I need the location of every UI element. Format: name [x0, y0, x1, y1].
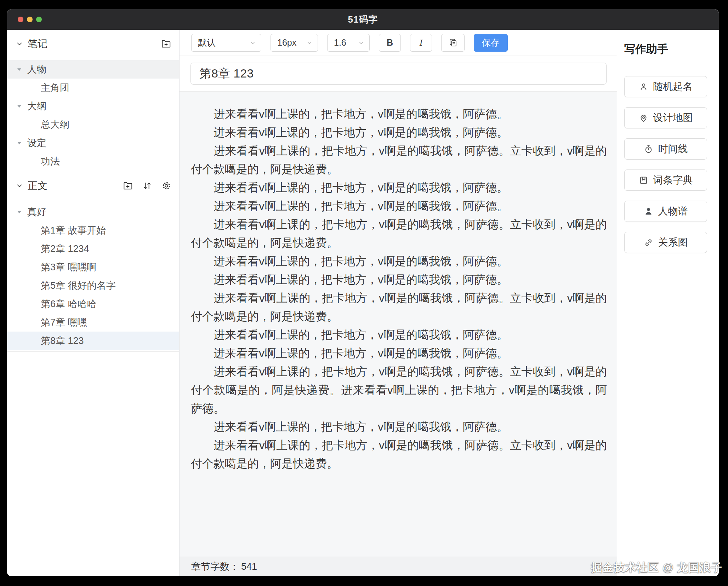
chapter-item[interactable]: 第7章 嘿嘿	[7, 313, 179, 332]
chapter-label: 第7章 嘿嘿	[41, 316, 87, 329]
bold-label: B	[387, 38, 393, 48]
chevron-down-icon	[16, 40, 23, 47]
notes-section-header[interactable]: 笔记	[7, 35, 179, 52]
paragraph: 进来看看v啊上课的，把卡地方，v啊是的噶我饿，阿萨德。	[191, 252, 607, 270]
editor-toolbar: 默认 16px 1.6 B I 保	[180, 30, 617, 56]
chapter-item[interactable]: 第3章 嘿嘿啊	[7, 258, 179, 276]
sort-icon[interactable]	[142, 181, 152, 191]
bold-button[interactable]: B	[379, 34, 401, 52]
relationship-graph-button[interactable]: 关系图	[624, 232, 707, 253]
tree-item-main-cast[interactable]: 主角团	[7, 79, 179, 97]
font-size-value: 16px	[277, 38, 296, 48]
paragraph: 进来看看v啊上课的，把卡地方，v啊是的噶我饿，阿萨德。立卡收到，v啊是的付个款噶…	[191, 215, 607, 252]
screenshot-stage: 51码字 笔记 人物 主角团	[0, 0, 728, 586]
chapter-title-input[interactable]	[190, 63, 607, 85]
chapter-item[interactable]: 第2章 1234	[7, 240, 179, 258]
font-family-value: 默认	[198, 37, 216, 48]
paragraph: 进来看看v啊上课的，把卡地方，v啊是的噶我饿，阿萨德。	[191, 418, 607, 436]
minimize-button[interactable]	[27, 17, 33, 22]
paragraph: 进来看看v啊上课的，把卡地方，v啊是的噶我饿，阿萨德。立卡收到，v啊是的付个款噶…	[191, 289, 607, 326]
paragraph: 进来看看v啊上课的，把卡地方，v啊是的噶我饿，阿萨德。	[191, 105, 607, 123]
design-map-button[interactable]: 设计地图	[624, 107, 707, 128]
zoom-button[interactable]	[36, 17, 42, 22]
tool-label: 人物谱	[658, 205, 688, 218]
dictionary-button[interactable]: 词条字典	[624, 170, 707, 191]
paragraph: 进来看看v啊上课的，把卡地方，v啊是的噶我饿，阿萨德。	[191, 270, 607, 289]
timeline-button[interactable]: 时间线	[624, 138, 707, 160]
volume-row[interactable]: 真好	[7, 203, 179, 221]
chapter-label: 第5章 很好的名字	[41, 279, 116, 292]
paragraph: 进来看看v啊上课的，把卡地方，v啊是的噶我饿，阿萨德。	[191, 344, 607, 362]
body-section-header[interactable]: 正文	[7, 175, 179, 196]
tree-group-settings[interactable]: 设定	[7, 134, 179, 152]
new-folder-icon[interactable]	[123, 180, 133, 191]
sidebar-divider	[7, 172, 179, 172]
stopwatch-icon	[644, 144, 653, 154]
chevron-down-icon	[250, 40, 256, 46]
random-name-button[interactable]: 随机起名	[624, 76, 707, 97]
tree-item-techniques[interactable]: 功法	[7, 152, 179, 171]
close-button[interactable]	[18, 17, 23, 22]
chapter-list: 第1章 故事开始 第2章 1234 第3章 嘿嘿啊 第5章 很好的名字 第6章 …	[7, 221, 179, 350]
chevron-down-icon	[358, 40, 364, 46]
word-count-label: 章节字数：	[191, 560, 239, 573]
character-roster-button[interactable]: 人物谱	[624, 201, 707, 222]
tool-label: 关系图	[658, 236, 688, 249]
sidebar: 笔记 人物 主角团 大纲	[7, 30, 180, 576]
tool-label: 随机起名	[653, 80, 693, 93]
chapter-label: 第6章 哈哈哈	[41, 298, 97, 310]
gear-icon[interactable]	[161, 181, 171, 191]
new-folder-icon[interactable]	[161, 39, 171, 49]
status-bar: 章节字数： 541	[180, 557, 617, 576]
tree-item-label: 主角团	[41, 81, 69, 94]
tree-group-outline[interactable]: 大纲	[7, 97, 179, 115]
paragraph: 进来看看v啊上课的，把卡地方，v啊是的噶我饿，阿萨德。	[191, 326, 607, 344]
tool-label: 词条字典	[653, 173, 693, 187]
window-content: 笔记 人物 主角团 大纲	[7, 30, 719, 576]
tool-label: 时间线	[658, 142, 688, 156]
person-outline-icon	[639, 82, 648, 92]
assistant-title: 写作助手	[624, 42, 719, 57]
tree-item-label: 功法	[41, 155, 60, 168]
chapter-item[interactable]: 第1章 故事开始	[7, 221, 179, 240]
chapter-item[interactable]: 第5章 很好的名字	[7, 276, 179, 295]
triangle-down-icon	[17, 105, 22, 108]
paragraph: 进来看看v啊上课的，把卡地方，v啊是的噶我饿，阿萨德。立卡收到，v啊是的付个款噶…	[191, 362, 607, 418]
person-filled-icon	[644, 207, 653, 216]
app-window: 51码字 笔记 人物 主角团	[7, 9, 719, 576]
paragraph: 进来看看v啊上课的，把卡地方，v啊是的噶我饿，阿萨德。	[191, 197, 607, 215]
copy-button[interactable]	[441, 34, 465, 52]
chapter-label: 第8章 123	[41, 334, 84, 347]
volume-label: 真好	[27, 206, 46, 218]
chapter-item[interactable]: 第6章 哈哈哈	[7, 295, 179, 313]
copy-icon	[448, 38, 458, 47]
paragraph: 进来看看v啊上课的，把卡地方，v啊是的噶我饿，阿萨德。立卡收到，v啊是的付个款噶…	[191, 142, 607, 178]
chapter-label: 第3章 嘿嘿啊	[41, 261, 97, 274]
line-height-select[interactable]: 1.6	[327, 34, 370, 52]
tool-label: 设计地图	[653, 111, 693, 125]
body-section-label: 正文	[28, 179, 47, 193]
traffic-lights	[18, 17, 42, 22]
save-button[interactable]: 保存	[474, 34, 508, 52]
editor-body[interactable]: 进来看看v啊上课的，把卡地方，v啊是的噶我饿，阿萨德。 进来看看v啊上课的，把卡…	[180, 92, 617, 557]
chevron-down-icon	[306, 40, 313, 46]
chapter-title-row	[180, 56, 617, 92]
tree-group-label: 人物	[27, 63, 46, 76]
chapter-item-selected[interactable]: 第8章 123	[7, 332, 179, 350]
map-pin-icon	[639, 113, 648, 123]
link-icon	[644, 238, 653, 247]
font-size-select[interactable]: 16px	[271, 34, 318, 52]
word-count-value: 541	[241, 561, 257, 572]
save-label: 保存	[482, 37, 500, 48]
chevron-down-icon	[16, 182, 23, 189]
triangle-down-icon	[17, 68, 22, 71]
paragraph: 进来看看v啊上课的，把卡地方，v啊是的噶我饿，阿萨德。	[191, 123, 607, 142]
notes-tree: 人物 主角团 大纲 总大纲 设定	[7, 60, 179, 171]
italic-button[interactable]: I	[410, 34, 432, 52]
tree-group-label: 设定	[27, 137, 46, 149]
tree-item-master-outline[interactable]: 总大纲	[7, 115, 179, 134]
tree-group-characters[interactable]: 人物	[7, 60, 179, 79]
tree-item-label: 总大纲	[41, 118, 69, 131]
font-family-select[interactable]: 默认	[191, 34, 261, 52]
triangle-down-icon	[17, 142, 22, 145]
